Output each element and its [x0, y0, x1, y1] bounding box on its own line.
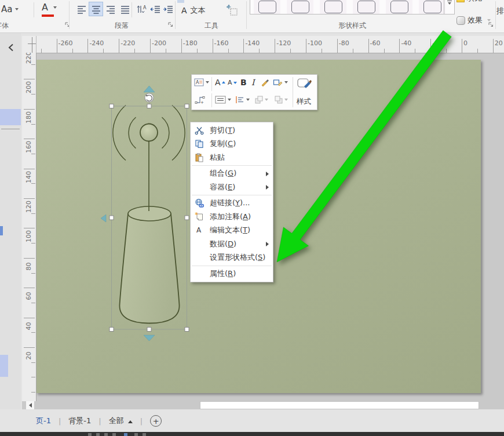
tab-divider: |	[140, 417, 143, 426]
page-tab-3[interactable]: 全部	[109, 416, 133, 426]
font-color-button[interactable]: A	[42, 3, 57, 12]
send-backward-button[interactable]	[274, 95, 288, 104]
ruler-tick-label: 140	[25, 169, 32, 185]
style-button-label[interactable]: 样式	[297, 97, 311, 107]
shape-outline-icon	[273, 78, 283, 87]
shape-style-option[interactable]	[419, 0, 445, 14]
align-right-button[interactable]	[103, 2, 118, 16]
italic-button[interactable]: I	[251, 78, 255, 87]
copy-icon	[195, 139, 205, 148]
antenna-ball[interactable]	[140, 124, 158, 141]
bring-forward-button[interactable]	[254, 95, 268, 104]
fill-button[interactable]: 填充	[456, 0, 482, 3]
menu-item-label: 超链接(Y)...	[210, 198, 250, 208]
shape-outline-button[interactable]	[273, 78, 288, 87]
text-tool-button[interactable]: A 文本	[181, 5, 206, 16]
horizontal-ruler[interactable]: -260-240-220-200-180-160-140-120-100-80-…	[22, 36, 504, 53]
text-tool-label: 文本	[191, 5, 206, 16]
ruler-tick-label: -60	[370, 39, 381, 47]
shape-style-option[interactable]	[386, 0, 412, 14]
effects-label: 效果	[468, 15, 483, 26]
decrease-indent-button[interactable]	[149, 2, 162, 16]
gallery-more-button[interactable]	[444, 0, 454, 14]
menu-item-data[interactable]: 数据(D)	[191, 237, 273, 251]
menu-item-cut[interactable]: 剪切(T)	[191, 123, 273, 137]
antenna-cone-top[interactable]	[128, 206, 171, 221]
align-justify-button[interactable]	[118, 2, 132, 16]
menu-item-copy[interactable]: 复制(C)	[191, 137, 273, 151]
shape-style-option[interactable]	[353, 0, 379, 14]
rotation-handle[interactable]	[145, 93, 154, 102]
text-block-button[interactable]: A	[194, 78, 209, 87]
panel-selection-highlight[interactable]	[0, 109, 21, 125]
left-arrow-icon	[29, 403, 32, 408]
menu-item-hyperlink[interactable]: 超链接(Y)...	[191, 197, 273, 210]
change-case-button[interactable]: Aa	[1, 4, 19, 14]
ruler-tick-label: -180	[183, 39, 198, 47]
menu-item-paste[interactable]: 粘贴	[191, 151, 273, 165]
menu-item-container[interactable]: 容器(E)	[191, 180, 273, 194]
ruler-tick-label: -240	[89, 39, 104, 47]
expand-panel-chevron-icon[interactable]	[8, 43, 14, 52]
font-color-swatch	[42, 14, 54, 17]
ruler-tick-label: -140	[245, 39, 260, 47]
align-options-button[interactable]	[235, 95, 250, 104]
autoconnect-arrow-down[interactable]	[144, 335, 155, 341]
antenna-cone-body[interactable]	[119, 214, 179, 324]
dialog-launcher-icon[interactable]	[167, 21, 174, 28]
horizontal-scrollbar[interactable]	[22, 401, 504, 409]
text-tool-a-icon: A	[181, 6, 187, 15]
shape-style-option[interactable]	[254, 0, 280, 14]
increase-indent-button[interactable]	[162, 2, 174, 16]
panel-selection-highlight[interactable]	[0, 355, 8, 377]
group-label-paragraph: 段落	[107, 21, 136, 31]
vertical-ruler[interactable]: 22020018016014012010080604020	[22, 53, 36, 401]
align-left-button[interactable]	[74, 2, 89, 16]
menu-item-properties[interactable]: 属性(R)	[191, 267, 273, 281]
menu-item-edit-text[interactable]: A编辑文本(T)	[191, 224, 273, 238]
align-center-button[interactable]	[89, 2, 103, 16]
align-right-icon	[105, 4, 116, 14]
ruler-tick-label: 120	[25, 199, 32, 215]
ruler-tick-label: -40	[401, 39, 411, 47]
paste-icon	[195, 153, 205, 162]
shape-style-option[interactable]	[320, 0, 346, 14]
connector-icon: +	[195, 95, 205, 104]
add-page-button[interactable]: +	[150, 415, 162, 427]
dialog-launcher-icon[interactable]	[64, 21, 71, 28]
line-options-button[interactable]	[215, 95, 231, 104]
shrink-font-button[interactable]: A	[228, 79, 237, 86]
down-arrow-icon	[233, 82, 237, 84]
style-brush-icon	[297, 77, 312, 90]
format-painter-button[interactable]	[260, 78, 269, 87]
scrollbar-thumb[interactable]	[200, 401, 479, 409]
autoconnect-arrow-left[interactable]	[101, 215, 106, 222]
style-button[interactable]	[297, 77, 312, 90]
svg-text:A: A	[196, 80, 199, 85]
connector-button[interactable]: +	[195, 95, 205, 104]
comment-icon: *	[195, 212, 205, 221]
menu-item-add-comment[interactable]: *添加注释(A)	[191, 210, 273, 224]
visio-window: Aa A 字体	[0, 0, 504, 436]
effects-button[interactable]: 效果	[456, 15, 491, 26]
dialog-launcher-icon[interactable]	[488, 21, 494, 28]
scissors-icon	[195, 126, 205, 135]
align-center-icon	[91, 4, 101, 14]
menu-item-group[interactable]: 组合(G)	[191, 167, 273, 181]
pointer-transform-icon[interactable]	[227, 5, 238, 16]
menu-item-format-shape[interactable]: 设置形状格式(S)	[191, 251, 273, 265]
text-direction-button[interactable]: A	[134, 2, 149, 16]
autoconnect-arrow-up[interactable]	[144, 86, 155, 92]
grow-font-button[interactable]: A	[215, 78, 225, 87]
change-case-label: Aa	[1, 4, 12, 14]
bring-forward-icon	[254, 95, 264, 104]
bold-button[interactable]: B	[240, 78, 247, 87]
up-triangle-icon	[128, 420, 133, 423]
page-tabs: 页-1|背景-1|全部|+	[36, 415, 162, 427]
scroll-left-button[interactable]	[26, 401, 34, 409]
chevron-down-icon	[265, 99, 268, 101]
page-tab-2[interactable]: 背景-1	[68, 416, 91, 426]
shape-style-option[interactable]	[287, 0, 313, 14]
ruler-tick-label: 200	[25, 79, 32, 96]
page-tab-1[interactable]: 页-1	[36, 416, 51, 426]
